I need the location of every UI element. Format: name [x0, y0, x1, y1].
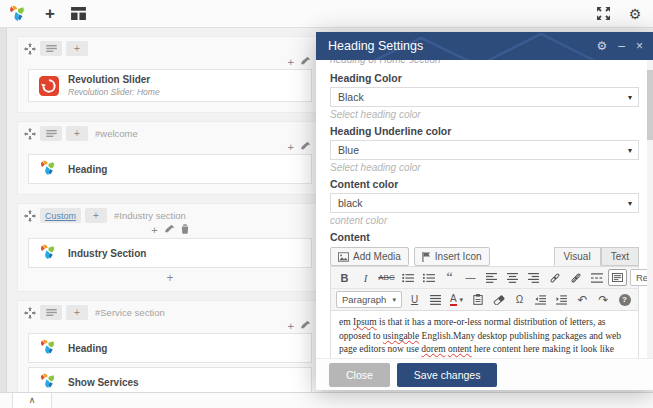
element-title: Heading — [68, 343, 107, 354]
italic-button[interactable]: I — [356, 269, 375, 286]
editor-content-text[interactable]: em Ipsum is that it has a more-or-less n… — [331, 311, 638, 358]
toolbar-toggle-button[interactable] — [608, 269, 627, 286]
modal-title: Heading Settings — [328, 39, 423, 53]
column-controls: + — [18, 321, 322, 332]
unlink-button[interactable] — [566, 269, 585, 286]
modal-scrollbar[interactable] — [647, 60, 653, 358]
paragraph-format-select[interactable]: Paragraph▾ — [336, 291, 402, 308]
row-controls: + #Service section — [18, 304, 322, 321]
bullet-list-button[interactable] — [398, 269, 417, 286]
content-color-value: black — [338, 197, 363, 209]
add-element-icon[interactable]: + — [151, 224, 157, 236]
underline-button[interactable]: U — [405, 291, 424, 308]
underline-color-label: Heading Underline color — [330, 125, 639, 137]
underline-color-select[interactable]: Blue ▾ — [330, 140, 639, 160]
heading-color-value: Black — [338, 91, 364, 103]
custom-layout-button[interactable]: Custom — [40, 208, 81, 223]
vc-element-icon — [39, 159, 59, 179]
move-row-icon[interactable] — [24, 307, 36, 319]
collapse-caret-button[interactable]: ∧ — [12, 393, 52, 408]
element-industry-section[interactable]: Industry Section — [28, 238, 312, 268]
add-column-button[interactable]: + — [66, 305, 88, 320]
element-title: Revolution Slider — [68, 74, 160, 85]
move-row-icon[interactable] — [24, 210, 36, 222]
read-more-tag-button[interactable] — [587, 269, 606, 286]
move-row-icon[interactable] — [24, 128, 36, 140]
add-column-button[interactable]: + — [66, 41, 88, 56]
row-welcome: + #welcome + Heading — [17, 121, 323, 195]
prepend-element-icon[interactable]: + — [288, 56, 294, 68]
heading-color-select[interactable]: Black ▾ — [330, 87, 639, 107]
question-icon: ? — [619, 294, 631, 306]
edit-column-icon[interactable] — [165, 224, 174, 236]
blockquote-button[interactable]: “ — [440, 274, 459, 282]
modal-scrollbar-thumb[interactable] — [647, 70, 653, 140]
chevron-down-icon: ▾ — [628, 199, 632, 208]
element-revolution-slider[interactable]: Revolution Slider Revolution Slider: Hom… — [28, 69, 312, 102]
element-text: Revolution Slider Revolution Slider: Hom… — [68, 74, 160, 97]
add-column-button[interactable]: + — [85, 208, 107, 223]
row-layout-button[interactable] — [40, 126, 62, 141]
edit-column-icon[interactable] — [301, 320, 310, 332]
underline-color-value: Blue — [338, 144, 359, 156]
horizontal-rule-button[interactable]: — — [461, 269, 480, 286]
edit-column-icon[interactable] — [301, 56, 310, 68]
settings-gear-icon[interactable]: ⚙ — [621, 0, 649, 28]
row-layout-button[interactable] — [40, 41, 62, 56]
paste-as-text-button[interactable] — [468, 291, 487, 308]
align-center-button[interactable] — [503, 269, 522, 286]
content-color-label: Content color — [330, 178, 639, 190]
modal-close-icon[interactable]: × — [636, 40, 643, 52]
element-heading[interactable]: Heading — [28, 333, 312, 363]
justify-button[interactable] — [426, 291, 445, 308]
text-color-button[interactable]: A▾ — [447, 291, 466, 308]
element-title: Show Services — [68, 377, 139, 388]
edit-column-icon[interactable] — [301, 141, 310, 153]
align-right-button[interactable] — [524, 269, 543, 286]
revslider-icon — [39, 76, 59, 96]
align-left-button[interactable] — [482, 269, 501, 286]
prepend-element-icon[interactable]: + — [288, 141, 294, 153]
chevron-down-icon: ▾ — [392, 296, 396, 304]
outdent-button[interactable] — [531, 291, 550, 308]
element-show-services[interactable]: Show Services — [28, 367, 312, 392]
column-controls: + — [18, 142, 322, 153]
editor-toolbar-row-1: B I ABC “ — RevSlider▾ — [331, 267, 638, 289]
modal-header[interactable]: Heading Settings ⚙ – × — [316, 32, 653, 60]
undo-button[interactable]: ↶ — [573, 291, 592, 308]
insert-icon-button[interactable]: Insert Icon — [414, 247, 490, 266]
row-layout-button[interactable] — [40, 305, 62, 320]
tab-text[interactable]: Text — [601, 247, 639, 266]
heading-color-label: Heading Color — [330, 72, 639, 84]
fullscreen-icon[interactable] — [589, 0, 617, 28]
clear-formatting-button[interactable] — [489, 291, 508, 308]
element-heading[interactable]: Heading — [28, 154, 312, 184]
add-media-button[interactable]: Add Media — [330, 247, 409, 266]
help-button[interactable]: ? — [615, 291, 634, 308]
modal-minimize-icon[interactable]: – — [618, 40, 625, 52]
strikethrough-button[interactable]: ABC — [377, 269, 396, 286]
special-character-button[interactable]: Ω — [510, 291, 529, 308]
layout-templates-button[interactable] — [64, 0, 92, 28]
link-button[interactable] — [545, 269, 564, 286]
bold-button[interactable]: B — [335, 269, 354, 286]
tab-visual[interactable]: Visual — [554, 247, 601, 266]
add-column-button[interactable]: + — [66, 126, 88, 141]
vc-element-icon — [39, 338, 59, 358]
redo-button[interactable]: ↷ — [594, 291, 613, 308]
delete-column-icon[interactable] — [181, 224, 189, 236]
bottom-bar: ∧ — [0, 392, 653, 408]
left-gutter — [0, 28, 7, 392]
indent-button[interactable] — [552, 291, 571, 308]
prepend-element-icon[interactable]: + — [288, 320, 294, 332]
row-controls: Custom + #Industry section — [18, 207, 322, 224]
close-button[interactable]: Close — [329, 363, 390, 387]
append-element-button[interactable]: + — [18, 272, 322, 285]
vc-backend-editor: + ⚙ + + — [0, 0, 653, 408]
save-changes-button[interactable]: Save changes — [397, 363, 498, 387]
numbered-list-button[interactable] — [419, 269, 438, 286]
content-color-select[interactable]: black ▾ — [330, 193, 639, 213]
move-row-icon[interactable] — [24, 43, 36, 55]
modal-settings-gear-icon[interactable]: ⚙ — [597, 40, 608, 52]
add-element-button[interactable]: + — [36, 0, 64, 28]
